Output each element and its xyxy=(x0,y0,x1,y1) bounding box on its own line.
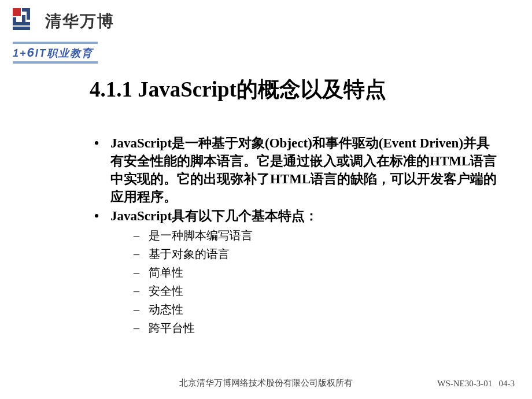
footer-meta: WS-NE30-3-01 04-3 xyxy=(437,379,515,389)
bullet-item: JavaScript具有以下几个基本特点： xyxy=(90,207,497,225)
sub-item: 是一种脚本编写语言 xyxy=(131,226,497,245)
sub-brand: 1+6IT职业教育 xyxy=(13,42,98,64)
svg-rect-1 xyxy=(22,8,30,12)
sub-item: 跨平台性 xyxy=(131,319,497,337)
footer-code: WS-NE30-3-01 xyxy=(437,379,492,388)
footer-page: 04-3 xyxy=(499,379,515,388)
svg-rect-2 xyxy=(27,12,30,20)
sub-item: 简单性 xyxy=(131,263,497,282)
slide-title: 4.1.1 JavaScript的概念以及特点 xyxy=(90,75,497,104)
svg-rect-3 xyxy=(13,17,16,25)
sub-item: 安全性 xyxy=(131,282,497,300)
svg-rect-5 xyxy=(22,15,25,23)
sub-brand-prefix: 1+ xyxy=(13,47,27,59)
slide-header: 清华万博 1+6IT职业教育 xyxy=(0,0,532,64)
sub-list: 是一种脚本编写语言 基于对象的语言 简单性 安全性 动态性 跨平台性 xyxy=(90,226,497,337)
sub-item: 基于对象的语言 xyxy=(131,245,497,263)
bullet-list: JavaScript是一种基于对象(Object)和事件驱动(Event Dri… xyxy=(90,134,497,225)
bullet-item: JavaScript是一种基于对象(Object)和事件驱动(Event Dri… xyxy=(90,134,497,206)
logo-area: 清华万博 xyxy=(13,8,532,35)
svg-rect-0 xyxy=(13,8,21,16)
sub-brand-bar: 1+6IT职业教育 xyxy=(13,42,532,64)
slide-content: 4.1.1 JavaScript的概念以及特点 JavaScript是一种基于对… xyxy=(0,64,532,337)
svg-rect-6 xyxy=(13,27,30,30)
logo-icon xyxy=(13,8,39,35)
sub-brand-suffix: IT职业教育 xyxy=(35,47,93,59)
sub-brand-six: 6 xyxy=(27,45,35,60)
brand-text: 清华万博 xyxy=(45,10,114,32)
sub-item: 动态性 xyxy=(131,300,497,319)
